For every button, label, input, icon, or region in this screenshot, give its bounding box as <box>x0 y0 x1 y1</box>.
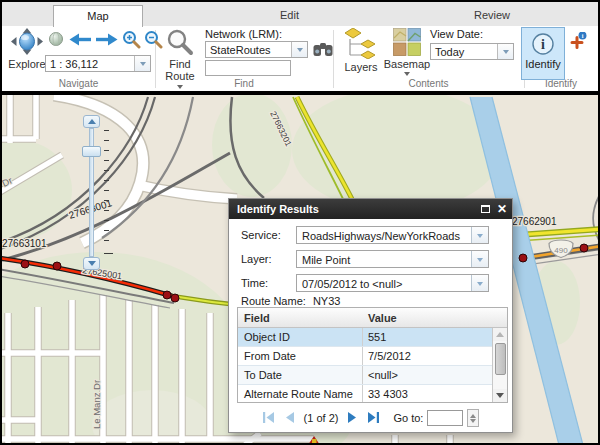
page-spinner[interactable] <box>467 409 479 427</box>
spinner-down-icon[interactable] <box>470 419 476 426</box>
table-row[interactable]: Alternate Route Name 33 4303 <box>238 385 492 403</box>
layer-label: Layer: <box>241 250 272 268</box>
layers-label: Layers <box>344 62 377 73</box>
scroll-down-icon[interactable] <box>493 389 507 402</box>
route-name-label: Route Name: <box>241 295 306 307</box>
table-row[interactable]: To Date <null> <box>238 366 492 385</box>
view-date-value: Today <box>431 44 497 59</box>
previous-page-icon[interactable] <box>284 411 295 426</box>
find-route-label-1: Find <box>169 59 190 70</box>
dialog-title-bar[interactable]: Identify Results ✕ <box>229 199 512 219</box>
cell-value: 33 4303 <box>362 385 492 403</box>
table-header: Field Value <box>238 308 507 328</box>
identify-route-locations-icon[interactable]: i <box>569 32 587 54</box>
page-indicator: (1 of 2) <box>304 412 339 424</box>
identify-button-label: Identify <box>525 58 560 70</box>
time-label: Time: <box>241 274 268 292</box>
layers-icon <box>345 28 377 61</box>
chevron-down-icon[interactable] <box>471 275 488 291</box>
ribbon: Map Edit Review Navigate Find Contents I… <box>2 2 598 91</box>
chevron-down-icon[interactable] <box>497 44 513 59</box>
group-label-navigate: Navigate <box>2 78 155 89</box>
service-combo[interactable]: RoadsHighways/NewYorkRoads <box>296 226 489 244</box>
table-row[interactable]: Object ID 551 <box>238 328 492 347</box>
chevron-down-icon[interactable] <box>134 56 150 71</box>
cell-field: To Date <box>238 366 362 385</box>
close-icon[interactable]: ✕ <box>497 203 507 215</box>
network-lrm-combo[interactable]: StateRoutes <box>205 41 308 58</box>
view-date-combo[interactable]: Today <box>430 43 514 60</box>
binoculars-icon[interactable] <box>313 42 333 61</box>
explore-icon <box>9 28 45 58</box>
cell-value: 7/5/2012 <box>362 347 492 366</box>
goto-label: Go to: <box>393 412 423 424</box>
tab-review[interactable]: Review <box>447 5 537 26</box>
chevron-down-icon <box>177 85 183 92</box>
first-page-icon[interactable] <box>262 411 275 426</box>
explore-button[interactable]: Explore <box>4 28 50 78</box>
find-route-button[interactable]: Find Route <box>159 28 201 88</box>
pagination-bar: (1 of 2) Go to: <box>229 405 512 431</box>
zoom-slider-up-button[interactable] <box>83 115 100 128</box>
identify-results-dialog: Identify Results ✕ Service: RoadsHighway… <box>228 198 513 433</box>
tab-map[interactable]: Map <box>53 5 143 27</box>
tab-edit[interactable]: Edit <box>247 5 332 26</box>
ribbon-tab-bar: Map Edit Review <box>2 2 598 27</box>
route-label: 27662901 <box>512 216 557 227</box>
cell-field: Alternate Route Name <box>238 385 362 403</box>
zoom-slider-handle[interactable] <box>82 146 101 157</box>
time-combo[interactable]: 07/05/2012 to <null> <box>296 274 489 292</box>
time-value: 07/05/2012 to <null> <box>297 275 471 291</box>
cell-value: 551 <box>362 328 492 347</box>
find-route-magnifier-icon <box>166 28 194 58</box>
goto-page-input[interactable] <box>427 410 463 426</box>
view-date-label: View Date: <box>430 28 483 40</box>
basemap-icon <box>393 28 421 58</box>
table-scrollbar[interactable] <box>492 328 507 402</box>
layer-combo[interactable]: Mile Point <box>296 250 489 268</box>
dialog-title: Identify Results <box>237 203 319 215</box>
previous-extent-arrow-icon[interactable] <box>68 32 92 51</box>
cell-value: <null> <box>362 366 492 385</box>
ribbon-body: Navigate Find Contents Identify <box>2 26 598 91</box>
layer-value: Mile Point <box>297 251 471 267</box>
full-extent-globe-icon[interactable] <box>48 31 64 51</box>
svg-text:i: i <box>541 37 545 52</box>
find-route-label-2: Route <box>165 71 194 82</box>
basemap-button[interactable]: Basemap <box>385 28 429 86</box>
find-route-value-input[interactable] <box>205 60 291 76</box>
column-header-value: Value <box>362 308 492 328</box>
chevron-down-icon[interactable] <box>471 251 488 267</box>
attributes-table: Field Value Object ID 551 From Date 7/5/… <box>237 307 508 403</box>
map-scale-combo[interactable]: 1 : 36,112 <box>45 55 151 72</box>
service-label: Service: <box>241 226 281 244</box>
spinner-up-icon[interactable] <box>470 411 476 418</box>
layers-button[interactable]: Layers <box>341 28 381 76</box>
next-page-icon[interactable] <box>347 411 358 426</box>
map-viewport[interactable]: 490 27663001 27663101 27625001 27662901 … <box>2 95 598 443</box>
table-row[interactable]: From Date 7/5/2012 <box>238 347 492 366</box>
maximize-icon[interactable] <box>481 205 490 213</box>
chevron-down-icon <box>404 72 410 79</box>
application-window: Map Edit Review Navigate Find Contents I… <box>0 0 600 445</box>
scroll-up-icon[interactable] <box>493 328 507 341</box>
cell-field: Object ID <box>238 328 362 347</box>
map-scale-value: 1 : 36,112 <box>46 56 134 71</box>
zoom-slider-down-button[interactable] <box>83 257 100 270</box>
identify-icon: i <box>531 32 555 58</box>
zoom-in-icon[interactable] <box>122 30 141 53</box>
service-value: RoadsHighways/NewYorkRoads <box>297 227 471 243</box>
network-lrm-value: StateRoutes <box>206 42 291 57</box>
cell-field: From Date <box>238 347 362 366</box>
next-extent-arrow-icon[interactable] <box>95 32 119 51</box>
chevron-down-icon[interactable] <box>291 42 307 57</box>
scrollbar-thumb[interactable] <box>495 343 506 375</box>
network-lrm-label: Network (LRM): <box>205 28 282 40</box>
chevron-down-icon[interactable] <box>471 227 488 243</box>
svg-text:490: 490 <box>554 246 568 255</box>
identify-button[interactable]: i Identify <box>521 27 565 80</box>
street-label: Le Manz Dr <box>91 380 102 429</box>
last-page-icon[interactable] <box>367 411 380 426</box>
explore-label: Explore <box>8 59 45 70</box>
route-label: 27663101 <box>2 238 47 249</box>
